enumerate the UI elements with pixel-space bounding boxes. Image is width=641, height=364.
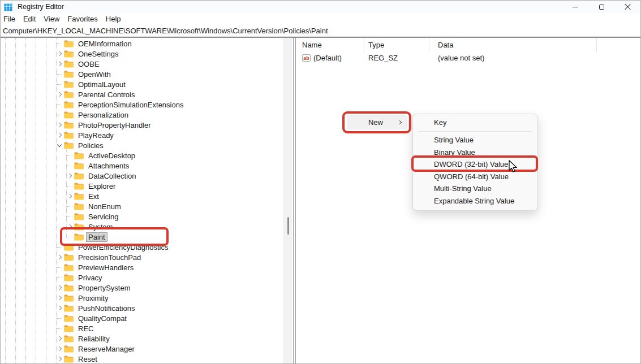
tree-item-reliability[interactable]: Reliability xyxy=(1,333,293,344)
menu-item-multi-string-value[interactable]: Multi-String Value xyxy=(413,183,537,195)
tree-item-oobe[interactable]: OOBE xyxy=(1,59,293,69)
menu-file[interactable]: File xyxy=(3,13,19,25)
folder-icon xyxy=(74,213,84,220)
tree-item-oeminformation[interactable]: OEMInformation xyxy=(1,38,293,49)
tree-item-servicing[interactable]: Servicing xyxy=(1,211,293,222)
tree-item-ext[interactable]: Ext xyxy=(1,191,293,201)
tree-item-label: PerceptionSimulationExtensions xyxy=(76,100,186,110)
folder-icon xyxy=(64,345,74,353)
tree-item-proximity[interactable]: Proximity xyxy=(1,293,293,303)
chevron-right-icon[interactable] xyxy=(66,222,74,232)
tree-connector xyxy=(66,211,74,222)
chevron-right-icon[interactable] xyxy=(56,333,64,344)
tree-pane: OEMInformation OneSettings OOBE OpenWith… xyxy=(1,38,293,363)
chevron-right-icon[interactable] xyxy=(56,120,64,130)
registry-value-row[interactable]: ab (Default) REG_SZ (value not set) xyxy=(296,53,640,63)
column-header-name[interactable]: Name xyxy=(296,38,364,53)
tree-item-privacy[interactable]: Privacy xyxy=(1,272,293,283)
tree-item-propertysystem[interactable]: PropertySystem xyxy=(1,283,293,293)
chevron-right-icon[interactable] xyxy=(56,49,64,59)
tree-item-reservemanager[interactable]: ReserveManager xyxy=(1,344,293,354)
tree-item-label: Privacy xyxy=(76,273,105,283)
chevron-right-icon[interactable] xyxy=(56,283,64,293)
value-rows: ab (Default) REG_SZ (value not set) xyxy=(296,53,640,63)
scrollbar-thumb[interactable] xyxy=(287,217,289,235)
tree-item-photopropertyhandler[interactable]: PhotoPropertyHandler xyxy=(1,120,293,130)
tree-connector xyxy=(56,99,64,110)
tree-item-explorer[interactable]: Explorer xyxy=(1,181,293,191)
tree-item-rec[interactable]: REC xyxy=(1,323,293,333)
close-button[interactable] xyxy=(614,1,640,13)
folder-icon xyxy=(64,50,74,58)
tree-scrollbar[interactable] xyxy=(283,38,292,363)
tree-item-optimallayout[interactable]: OptimalLayout xyxy=(1,79,293,89)
tree-item-perceptionsimulationextensions[interactable]: PerceptionSimulationExtensions xyxy=(1,99,293,110)
folder-icon xyxy=(74,172,84,180)
tree-item-pushnotifications[interactable]: PushNotifications xyxy=(1,303,293,313)
tree-item-powerefficiencydiagnostics[interactable]: PowerEfficiencyDiagnostics xyxy=(1,242,293,252)
folder-icon xyxy=(64,142,74,149)
menu-separator xyxy=(418,131,532,132)
menu-help[interactable]: Help xyxy=(102,13,125,25)
chevron-right-icon[interactable] xyxy=(56,89,64,99)
tree-item-policies[interactable]: Policies xyxy=(1,140,293,150)
folder-icon xyxy=(64,60,74,68)
menu-item-expandable-string-value[interactable]: Expandable String Value xyxy=(413,195,537,207)
address-bar[interactable]: Computer\HKEY_LOCAL_MACHINE\SOFTWARE\Mic… xyxy=(1,25,640,37)
tree-item-openwith[interactable]: OpenWith xyxy=(1,69,293,79)
tree-connector xyxy=(66,161,74,171)
folder-icon xyxy=(64,71,74,78)
tree-item-playready[interactable]: PlayReady xyxy=(1,130,293,140)
tree-item-qualitycompat[interactable]: QualityCompat xyxy=(1,313,293,323)
chevron-right-icon[interactable] xyxy=(56,130,64,140)
tree-item-nonenum[interactable]: NonEnum xyxy=(1,201,293,211)
chevron-right-icon[interactable] xyxy=(56,59,64,69)
folder-icon xyxy=(64,244,74,251)
tree-item-label: PlayReady xyxy=(76,131,116,140)
tree-item-precisiontouchpad[interactable]: PrecisionTouchPad xyxy=(1,252,293,262)
menu-item-binary-value[interactable]: Binary Value xyxy=(413,146,537,159)
chevron-right-icon[interactable] xyxy=(56,354,64,363)
chevron-right-icon[interactable] xyxy=(66,191,74,201)
maximize-button[interactable] xyxy=(588,1,614,13)
menu-favorites[interactable]: Favorites xyxy=(63,13,101,25)
menu-item-key[interactable]: Key xyxy=(413,116,537,129)
menu-item-dword-32-bit-value[interactable]: DWORD (32-bit) Value xyxy=(413,158,537,171)
tree-item-label: PreviewHandlers xyxy=(76,263,136,272)
close-icon xyxy=(624,3,631,10)
tree-item-previewhandlers[interactable]: PreviewHandlers xyxy=(1,262,293,272)
tree-item-personalization[interactable]: Personalization xyxy=(1,110,293,120)
tree-item-attachments[interactable]: Attachments xyxy=(1,161,293,171)
chevron-right-icon[interactable] xyxy=(56,344,64,354)
tree-connector xyxy=(56,262,64,272)
tree-connector xyxy=(56,313,64,323)
folder-icon xyxy=(64,81,74,88)
tree-item-datacollection[interactable]: DataCollection xyxy=(1,171,293,181)
menu-item-new-label: New xyxy=(368,118,385,127)
chevron-right-icon[interactable] xyxy=(56,303,64,313)
menu-item-new[interactable]: New xyxy=(347,115,407,129)
menu-item-string-value[interactable]: String Value xyxy=(413,134,537,146)
tree-item-system[interactable]: System xyxy=(1,222,293,232)
tree-item-activedesktop[interactable]: ActiveDesktop xyxy=(1,150,293,161)
menu-view[interactable]: View xyxy=(40,13,63,25)
tree-connector xyxy=(56,272,64,283)
tree-item-reset[interactable]: Reset xyxy=(1,354,293,363)
menu-item-qword-64-bit-value[interactable]: QWORD (64-bit) Value xyxy=(413,171,537,183)
column-header-data[interactable]: Data xyxy=(429,38,597,53)
string-value-icon: ab xyxy=(302,54,311,62)
tree-item-label: Personalization xyxy=(76,110,131,120)
maximize-icon xyxy=(599,5,604,10)
menu-edit[interactable]: Edit xyxy=(19,13,40,25)
tree-item-paint[interactable]: Paint xyxy=(1,232,293,242)
tree-item-parental-controls[interactable]: Parental Controls xyxy=(1,89,293,99)
chevron-right-icon[interactable] xyxy=(66,171,74,181)
chevron-down-icon[interactable] xyxy=(56,140,64,150)
chevron-right-icon[interactable] xyxy=(56,252,64,262)
chevron-right-icon[interactable] xyxy=(56,293,64,303)
column-header-type[interactable]: Type xyxy=(364,38,429,53)
new-submenu: KeyString ValueBinary ValueDWORD (32-bit… xyxy=(412,114,538,211)
minimize-button[interactable] xyxy=(562,1,588,13)
folder-icon xyxy=(64,101,74,109)
tree-item-onesettings[interactable]: OneSettings xyxy=(1,49,293,59)
